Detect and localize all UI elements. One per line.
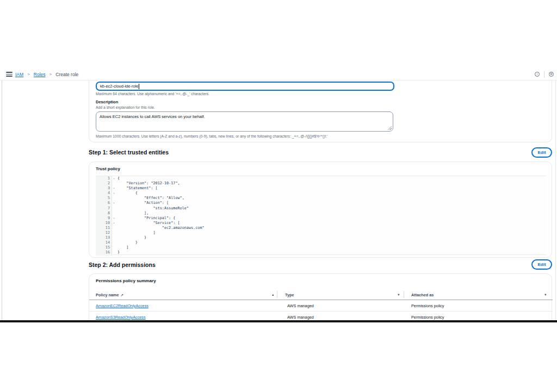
line-number: 12	[96, 231, 112, 235]
column-divider[interactable]	[404, 291, 404, 298]
window-left-edge	[2, 80, 2, 321]
type-cell: AWS managed	[287, 303, 314, 308]
sort-icon[interactable]: ▼	[397, 293, 400, 296]
attached-as-cell: Permissions policy	[411, 303, 444, 308]
chevron-right-icon: >	[49, 72, 52, 77]
chevron-right-icon: >	[27, 72, 30, 77]
description-value: Allows EC2 instances to call AWS service…	[100, 114, 205, 119]
line-number: 14	[96, 240, 112, 245]
code-line: 7 "sts:AssumeRole"	[96, 206, 546, 211]
code-text: ],	[112, 211, 148, 216]
sort-icon[interactable]: ▼	[544, 293, 547, 296]
code-line: 2 "Version": "2012-10-17",	[96, 181, 546, 186]
line-number[interactable]: 9▾	[96, 216, 112, 221]
code-line: 6▾ "Action": [	[96, 201, 546, 206]
fold-arrow-icon[interactable]: ▾	[112, 176, 116, 181]
description-label: Description	[96, 99, 118, 104]
table-row: AmazonEC2ReadOnlyAccess AWS managed Perm…	[89, 300, 553, 312]
code-line: 8 ],	[96, 211, 546, 216]
code-text: }	[112, 250, 120, 255]
breadcrumb-link-iam[interactable]: IAM	[15, 72, 23, 77]
fold-arrow-icon[interactable]: ▾	[112, 186, 116, 191]
column-header-type[interactable]: Type	[285, 293, 294, 297]
trust-policy-card: Trust policy 1▾{2 "Version": "2012-10-17…	[89, 161, 552, 258]
fold-arrow-icon[interactable]: ▾	[112, 191, 116, 196]
code-text: "Principal": {	[112, 216, 175, 221]
code-text: "Service": [	[112, 221, 180, 226]
attached-as-cell: Permissions policy	[411, 315, 444, 320]
line-number: 2	[96, 181, 112, 186]
resize-handle-icon[interactable]	[388, 126, 392, 130]
code-text: }	[112, 235, 146, 240]
description-constraint: Maximum 1000 characters. Use letters (A-…	[96, 134, 328, 138]
sort-ascending-icon[interactable]: ▲	[271, 293, 274, 296]
column-label: Attached as	[411, 293, 434, 297]
gear-icon[interactable]: ⚙	[549, 72, 554, 77]
column-divider[interactable]	[277, 291, 277, 298]
step2-edit-button[interactable]: Edit	[531, 259, 552, 270]
line-number[interactable]: 6▾	[96, 201, 112, 206]
line-number: 11	[96, 226, 112, 231]
breadcrumb-link-roles[interactable]: Roles	[34, 72, 46, 77]
code-line: 11 "ec2.amazonaws.com"	[96, 226, 546, 231]
policy-name-cell: AmazonS3ReadOnlyAccess	[96, 315, 146, 320]
description-textarea[interactable]: Allows EC2 instances to call AWS service…	[96, 111, 393, 132]
description-hint: Add a short explanation for this role.	[96, 105, 155, 109]
line-number: 13	[96, 235, 112, 240]
fold-arrow-icon[interactable]: ▾	[112, 216, 116, 221]
code-text: ]	[112, 245, 128, 250]
step1-heading: Step 1: Select trusted entities	[89, 149, 169, 155]
column-header-policy-name[interactable]: Policy name ↗	[96, 293, 123, 297]
role-name-constraint: Maximum 64 characters. Use alphanumeric …	[96, 92, 209, 96]
breadcrumb-bar: IAM > Roles > Create role i ⚙	[0, 68, 557, 80]
breadcrumb: IAM > Roles > Create role	[15, 68, 78, 80]
window-bottom-edge	[0, 320, 557, 322]
policy-link[interactable]: AmazonS3ReadOnlyAccess	[96, 315, 146, 320]
code-line: 5 "Effect": "Allow",	[96, 196, 546, 201]
column-header-attached-as[interactable]: Attached as	[411, 293, 434, 297]
line-number[interactable]: 4▾	[96, 191, 112, 196]
code-line: 3▾ "Statement": [	[96, 186, 546, 191]
fold-arrow-icon[interactable]: ▾	[112, 201, 116, 206]
role-name-input[interactable]: kb-ec2-cloud-ide-role	[96, 82, 394, 91]
code-line: 1▾{	[96, 176, 546, 181]
line-number: 16	[96, 250, 112, 255]
role-details-card: kb-ec2-cloud-ide-role Maximum 64 charact…	[89, 80, 552, 142]
code-line: 9▾ "Principal": {	[96, 216, 546, 221]
line-number[interactable]: 1▾	[96, 176, 112, 181]
line-number: 8	[96, 211, 112, 216]
fold-arrow-icon[interactable]: ▾	[112, 221, 116, 226]
line-number: 5	[96, 196, 112, 201]
external-link-icon: ↗	[121, 293, 123, 297]
info-icon[interactable]: i	[535, 72, 540, 77]
code-line: 4▾ {	[96, 191, 546, 196]
step1-edit-button[interactable]: Edit	[531, 147, 552, 158]
code-line: 16}	[96, 250, 546, 255]
line-number[interactable]: 10▾	[96, 221, 112, 226]
permissions-summary-title: Permissions policy summary	[96, 278, 156, 283]
line-number: 15	[96, 245, 112, 250]
divider	[544, 71, 544, 78]
breadcrumb-current: Create role	[55, 72, 78, 77]
table-header: Policy name ↗ ▲ Type ▼ Attached as ▼	[89, 289, 553, 300]
aws-console-page: IAM > Roles > Create role i ⚙ kb-ec2-clo…	[0, 0, 557, 392]
text-caret	[139, 84, 139, 89]
code-text: "Version": "2012-10-17",	[112, 181, 180, 186]
menu-icon[interactable]	[6, 71, 13, 77]
trust-policy-code-editor[interactable]: 1▾{2 "Version": "2012-10-17",3▾ "Stateme…	[96, 176, 546, 255]
code-text: {	[112, 191, 138, 196]
line-number: 7	[96, 206, 112, 211]
policy-link[interactable]: AmazonEC2ReadOnlyAccess	[96, 303, 148, 308]
permissions-summary-card: Permissions policy summary Policy name ↗…	[89, 273, 552, 321]
line-number[interactable]: 3▾	[96, 186, 112, 191]
column-label: Policy name	[96, 293, 119, 297]
topbar-actions: i ⚙	[535, 68, 554, 80]
window-right-edge	[555, 80, 556, 321]
code-line: 15 ]	[96, 245, 546, 250]
type-cell: AWS managed	[287, 315, 314, 320]
column-label: Type	[285, 293, 294, 297]
code-text: }	[112, 240, 138, 245]
code-text: "Effect": "Allow",	[112, 196, 184, 201]
code-text: "ec2.amazonaws.com"	[112, 226, 205, 231]
policy-name-cell: AmazonEC2ReadOnlyAccess	[96, 303, 148, 308]
